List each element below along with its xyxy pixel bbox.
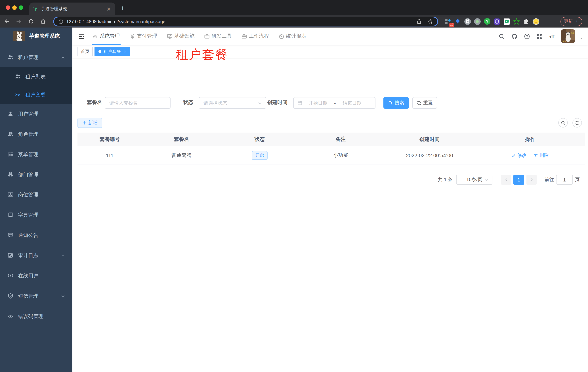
- tag-home[interactable]: 首页: [77, 47, 93, 56]
- table-refresh-button[interactable]: [572, 118, 582, 128]
- search-icon[interactable]: [499, 33, 505, 39]
- sidebar-item-notice[interactable]: 通知公告: [0, 226, 73, 244]
- app-title: 芋道管理系统: [29, 33, 60, 40]
- page-size-select[interactable]: 10条/页: [456, 175, 493, 185]
- sidebar-fold-icon[interactable]: [78, 33, 85, 40]
- window-zoom-button[interactable]: [19, 5, 23, 10]
- edit-link[interactable]: 修改: [512, 152, 527, 159]
- sidebar-item-audit-log[interactable]: 审计日志: [0, 246, 73, 265]
- extension-green-star-icon[interactable]: [513, 18, 520, 25]
- user-avatar[interactable]: 6:30:30: [561, 29, 575, 43]
- chevron-right-icon: [530, 178, 534, 182]
- logo-row[interactable]: 芋道管理系统: [0, 28, 73, 45]
- svg-text:0:30: 0:30: [563, 40, 566, 43]
- topnav-payment-management[interactable]: 支付管理: [130, 28, 157, 45]
- sidebar-item-post-management[interactable]: 岗位管理: [0, 185, 73, 203]
- font-size-icon[interactable]: тT: [549, 33, 555, 39]
- status-select[interactable]: [199, 97, 266, 109]
- bookmark-star-icon[interactable]: [428, 19, 433, 24]
- tab-close-icon[interactable]: ✕: [106, 6, 112, 12]
- url-text: 127.0.0.1:48080/admin-ui/system/tenant/p…: [66, 19, 416, 24]
- status-select-input[interactable]: [199, 100, 266, 106]
- sidebar-item-online-users[interactable]: 在线用户: [0, 266, 73, 285]
- chevron-down-icon: [484, 178, 488, 182]
- add-button[interactable]: 新增: [77, 118, 102, 128]
- sidebar-item-role-management[interactable]: 角色管理: [0, 125, 73, 143]
- window-minimize-button[interactable]: [12, 5, 17, 10]
- date-range-picker[interactable]: -: [293, 97, 376, 109]
- sidebar-item-sms-management[interactable]: 短信管理: [0, 287, 73, 305]
- help-icon[interactable]: [524, 33, 530, 39]
- extension-purple-shield-icon[interactable]: [494, 18, 500, 25]
- topnav-system-management[interactable]: 系统管理: [92, 28, 120, 45]
- new-tab-button[interactable]: ＋: [119, 4, 126, 11]
- screen: 芋道管理系统 ✕ ＋ 127.0.0.1:48080/admin-ui/syst…: [0, 0, 588, 372]
- url-bar[interactable]: 127.0.0.1:48080/admin-ui/system/tenant/p…: [53, 17, 438, 26]
- delete-link[interactable]: 删除: [534, 152, 548, 159]
- github-icon[interactable]: [511, 33, 518, 39]
- column-header: 备注: [298, 136, 383, 143]
- chevron-up-icon: [61, 55, 65, 60]
- sidebar-item-dict-management[interactable]: 字典管理: [0, 206, 73, 224]
- column-header: 状态: [221, 136, 298, 143]
- app-header: 系统管理 支付管理 基础设施 研发工具 工作流程: [73, 28, 588, 45]
- extensions-puzzle-icon[interactable]: [523, 18, 530, 25]
- browser-menu-dots-icon[interactable]: ⋮: [575, 19, 579, 24]
- share-icon[interactable]: [416, 19, 422, 24]
- page-content: 套餐名 状态 创建时间 - 搜索 重置: [73, 58, 588, 372]
- page-number-current[interactable]: 1: [514, 175, 524, 185]
- site-info-icon[interactable]: [58, 19, 63, 24]
- tag-tenant-package[interactable]: 租户套餐 ×: [94, 47, 130, 56]
- cell-status: 开启: [221, 151, 298, 159]
- goto-page-input[interactable]: [556, 175, 573, 185]
- yen-icon: [130, 33, 135, 39]
- sidebar-item-menu-management[interactable]: 菜单管理: [0, 145, 73, 163]
- tags-view-bar: 首页 租户套餐 ×: [73, 45, 588, 58]
- extension-command-icon[interactable]: [464, 18, 471, 25]
- extension-badge: 10: [449, 23, 454, 27]
- browser-update-button[interactable]: 更新 ⋮: [560, 17, 582, 26]
- table-search-toggle-button[interactable]: [558, 118, 568, 128]
- update-label: 更新: [564, 19, 573, 25]
- end-date-input[interactable]: [336, 100, 368, 106]
- window-close-button[interactable]: [6, 5, 10, 10]
- topnav-statistics-report[interactable]: 统计报表: [279, 28, 306, 45]
- fullscreen-icon[interactable]: [537, 33, 543, 39]
- chevron-down-icon: [61, 254, 65, 258]
- avatar-caret-down-icon[interactable]: [579, 37, 583, 40]
- sidebar: 芋道管理系统 租户管理 租户列表 租户套餐 用户管理: [0, 28, 73, 372]
- back-icon[interactable]: [4, 19, 10, 24]
- next-page-button[interactable]: [526, 175, 536, 185]
- sidebar-item-tenant-management[interactable]: 租户管理: [0, 48, 73, 66]
- reload-icon[interactable]: [28, 19, 34, 24]
- reset-button[interactable]: 重置: [412, 97, 437, 109]
- extension-green-chat-icon[interactable]: [503, 18, 510, 25]
- package-name-field[interactable]: [105, 97, 170, 109]
- search-button[interactable]: 搜索: [383, 97, 409, 109]
- start-date-input[interactable]: [302, 100, 334, 106]
- extension-letter-y-icon[interactable]: [484, 18, 491, 25]
- sidebar-item-tenant-list[interactable]: 租户列表: [0, 67, 73, 85]
- sidebar-item-error-code[interactable]: 错误码管理: [0, 307, 73, 325]
- forward-icon[interactable]: [16, 19, 22, 24]
- extension-record-icon[interactable]: [474, 18, 481, 25]
- topnav-workflow[interactable]: 工作流程: [242, 28, 269, 45]
- extension-kite-icon[interactable]: [454, 18, 461, 25]
- sidebar-item-user-management[interactable]: 用户管理: [0, 105, 73, 123]
- refresh-icon: [417, 101, 421, 105]
- sidebar-item-tenant-package[interactable]: 租户套餐: [0, 85, 73, 104]
- prev-page-button[interactable]: [501, 175, 511, 185]
- extension-tag-grid-icon[interactable]: 10: [445, 18, 452, 25]
- browser-profile-avatar[interactable]: [533, 18, 539, 25]
- tag-close-icon[interactable]: ×: [124, 49, 126, 53]
- sidebar-item-dept-management[interactable]: 部门管理: [0, 166, 73, 184]
- toolbox-icon: [204, 33, 210, 39]
- chevron-down-icon: [61, 294, 65, 298]
- cell-package-name: 普通套餐: [142, 152, 221, 159]
- topnav-infrastructure[interactable]: 基础设施: [167, 28, 194, 45]
- home-icon[interactable]: [40, 19, 46, 24]
- package-name-input[interactable]: [105, 100, 170, 106]
- browser-tab[interactable]: 芋道管理系统 ✕: [29, 2, 115, 15]
- table-row: 111 普通套餐 开启 小功能 2022-02-22 00:54:00 修改: [77, 146, 585, 164]
- topnav-dev-tools[interactable]: 研发工具: [204, 28, 232, 45]
